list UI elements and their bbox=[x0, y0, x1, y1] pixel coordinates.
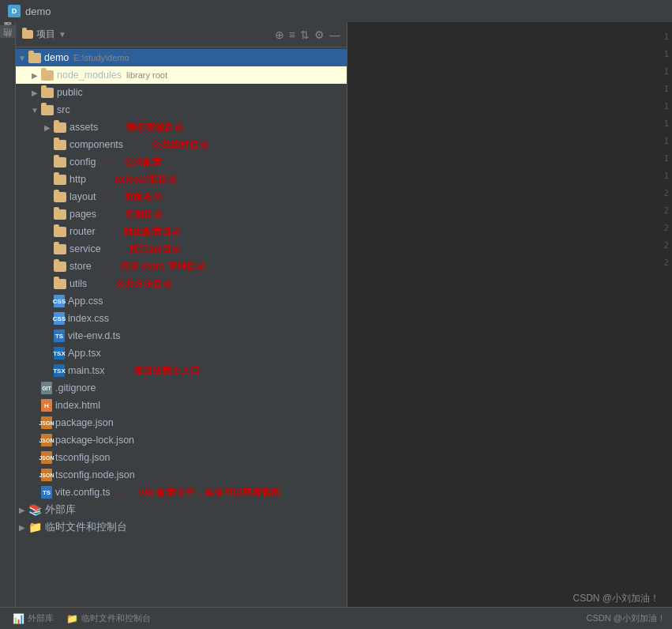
annotation-layout: 页面布局 bbox=[124, 190, 162, 204]
sidebar-tab-structure[interactable]: 结构 bbox=[0, 38, 15, 51]
annotation-router: 路由配置目录 bbox=[124, 225, 181, 239]
item-label-pages: pages bbox=[69, 209, 96, 220]
tree-item-gitignore[interactable]: GIT .gitignore bbox=[16, 379, 347, 397]
item-label-store: store bbox=[69, 261, 92, 272]
dash-components: ---- bbox=[130, 139, 142, 150]
panel-header: 项目 ▼ ⊕ ≡ ⇅ ⚙ — bbox=[16, 22, 347, 47]
tree-item-temp-files[interactable]: ▶ 📁 临时文件和控制台 bbox=[16, 518, 347, 536]
annotation-http: axios封装目录 bbox=[115, 173, 177, 186]
tree-item-router[interactable]: router ---- 路由配置目录 bbox=[16, 223, 347, 240]
dash-layout: ---- bbox=[102, 191, 115, 202]
expand-arrow-node-modules: ▶ bbox=[28, 71, 41, 80]
tree-item-index-css[interactable]: CSS index.css bbox=[16, 310, 347, 327]
item-sublabel-node-modules: library root bbox=[126, 70, 167, 80]
annotation-service: 接口api目录 bbox=[130, 243, 181, 256]
header-settings-icon[interactable]: ⚙ bbox=[314, 28, 325, 41]
sidebar-tab-project[interactable]: 项目 bbox=[0, 25, 15, 38]
folder-icon-assets bbox=[54, 122, 66, 133]
item-label-temp: 临时文件和控制台 bbox=[45, 521, 127, 534]
item-label-router: router bbox=[69, 226, 96, 237]
item-label-components: components bbox=[69, 139, 123, 150]
tree-item-store[interactable]: store ---- 共享 store 管理目录 bbox=[16, 258, 347, 275]
folder-icon-store bbox=[54, 262, 66, 272]
file-icon-vite-config: TS bbox=[41, 486, 52, 499]
annotation-main-tsx: 项目依赖主入口 bbox=[133, 364, 200, 378]
annotation-components: 公共组件目录 bbox=[152, 138, 208, 152]
main-layout: 项目 结构 项目 ▼ ⊕ ≡ ⇅ ⚙ — ▼ dem bbox=[0, 22, 672, 607]
dash-router: ---- bbox=[102, 226, 115, 237]
folder-icon-node-modules bbox=[41, 70, 54, 81]
tree-item-public[interactable]: ▶ public bbox=[16, 84, 347, 101]
temp-files-icon: 📁 bbox=[28, 521, 42, 533]
item-label-index-css: index.css bbox=[68, 313, 109, 324]
item-label-package-json: package.json bbox=[55, 417, 114, 428]
header-list-icon[interactable]: ≡ bbox=[289, 28, 295, 41]
item-label-tsconfig-node: tsconfig.node.json bbox=[55, 469, 135, 480]
tree-item-tsconfig-node[interactable]: JSON tsconfig.node.json bbox=[16, 466, 347, 484]
panel-folder-icon bbox=[22, 30, 33, 39]
folder-icon-utils bbox=[54, 279, 66, 289]
tree-item-layout[interactable]: layout ---- 页面布局 bbox=[16, 188, 347, 205]
item-label-vite-env: vite-env.d.ts bbox=[68, 330, 120, 341]
tree-item-pages[interactable]: pages ---- 页面目录 bbox=[16, 205, 347, 223]
tree-item-http[interactable]: http ---- axios封装目录 bbox=[16, 171, 347, 188]
title-bar: D demo bbox=[0, 0, 672, 22]
annotation-assets: 静态资源目录 bbox=[126, 121, 183, 134]
file-icon-index-html: H bbox=[41, 399, 52, 412]
folder-icon-http bbox=[54, 175, 66, 185]
app-icon: D bbox=[8, 5, 21, 17]
panel-title-chevron[interactable]: ▼ bbox=[58, 30, 66, 39]
item-label-utils: utils bbox=[69, 278, 87, 289]
file-icon-vite-env: TS bbox=[54, 330, 65, 342]
tree-item-service[interactable]: service ---- 接口api目录 bbox=[16, 240, 347, 258]
bottom-bar: 📊 外部库 📁 临时文件和控制台 CSDN @小刘加油！ bbox=[0, 607, 672, 629]
folder-icon-config bbox=[54, 157, 66, 168]
dash-vite-config: ---- bbox=[116, 487, 129, 498]
expand-arrow-public: ▶ bbox=[28, 89, 41, 97]
app-title: demo bbox=[25, 6, 51, 17]
header-globe-icon[interactable]: ⊕ bbox=[275, 28, 284, 41]
tree-item-config[interactable]: config ---- 公共配置 bbox=[16, 153, 347, 171]
item-label-assets: assets bbox=[69, 122, 98, 133]
tree-item-external-lib[interactable]: ▶ 📚 外部库 bbox=[16, 501, 347, 518]
watermark-bottom: CSDN @小刘加油！ bbox=[587, 612, 666, 624]
file-icon-package-lock: JSON bbox=[41, 434, 52, 446]
file-icon-tsconfig-node: JSON bbox=[41, 469, 52, 481]
dash-pages: ---- bbox=[103, 209, 115, 220]
tree-item-tsconfig[interactable]: JSON tsconfig.json bbox=[16, 449, 347, 466]
tree-item-components[interactable]: components ---- 公共组件目录 bbox=[16, 136, 347, 153]
item-label-layout: layout bbox=[69, 191, 96, 202]
tree-item-vite-config[interactable]: TS vite.config.ts ---- vite 配置文件，具体可以查看官… bbox=[16, 484, 347, 501]
header-minimize-icon[interactable]: — bbox=[329, 28, 340, 41]
item-label-demo: demo bbox=[44, 52, 69, 63]
dash-service: ---- bbox=[107, 243, 120, 254]
tree-item-src[interactable]: ▼ src bbox=[16, 101, 347, 119]
tree-item-node-modules[interactable]: ▶ node_modules library root bbox=[16, 66, 347, 84]
expand-arrow-src: ▼ bbox=[28, 106, 41, 115]
item-label-service: service bbox=[69, 243, 101, 254]
bottom-tab-temp[interactable]: 📁 临时文件和控制台 bbox=[60, 611, 157, 626]
bottom-tab-external-icon: 📊 bbox=[13, 613, 24, 624]
tree-item-main-tsx[interactable]: TSX main.tsx ---- 项目依赖主入口 bbox=[16, 362, 347, 379]
annotation-utils: 公共方法目录 bbox=[115, 277, 172, 291]
tree-item-demo[interactable]: ▼ demo E:\study\demo bbox=[16, 49, 347, 66]
tree-item-utils[interactable]: utils ---- 公共方法目录 bbox=[16, 275, 347, 292]
tree-item-index-html[interactable]: H index.html bbox=[16, 397, 347, 414]
annotation-vite-config: vite 配置文件，具体可以查看官网 bbox=[138, 486, 280, 499]
tree-item-app-tsx[interactable]: TSX App.tsx bbox=[16, 345, 347, 362]
project-panel: 项目 ▼ ⊕ ≡ ⇅ ⚙ — ▼ demo E:\study\demo bbox=[16, 22, 347, 607]
tree-item-assets[interactable]: ▶ assets ---- 静态资源目录 bbox=[16, 119, 347, 136]
tree-item-package-lock[interactable]: JSON package-lock.json bbox=[16, 431, 347, 449]
bottom-tab-external[interactable]: 📊 外部库 bbox=[6, 611, 60, 626]
sidebar-tabs: 项目 结构 bbox=[0, 22, 16, 607]
panel-title-group: 项目 ▼ bbox=[22, 28, 66, 41]
item-label-external: 外部库 bbox=[45, 503, 76, 517]
item-label-config: config bbox=[69, 156, 96, 168]
file-icon-package-json: JSON bbox=[41, 416, 52, 429]
item-label-vite-config: vite.config.ts bbox=[55, 487, 110, 498]
tree-item-vite-env[interactable]: TS vite-env.d.ts bbox=[16, 327, 347, 345]
item-label-main-tsx: main.tsx bbox=[68, 365, 105, 376]
header-sort-icon[interactable]: ⇅ bbox=[300, 28, 310, 41]
tree-item-package-json[interactable]: JSON package.json bbox=[16, 414, 347, 431]
tree-item-app-css[interactable]: CSS App.css bbox=[16, 292, 347, 310]
